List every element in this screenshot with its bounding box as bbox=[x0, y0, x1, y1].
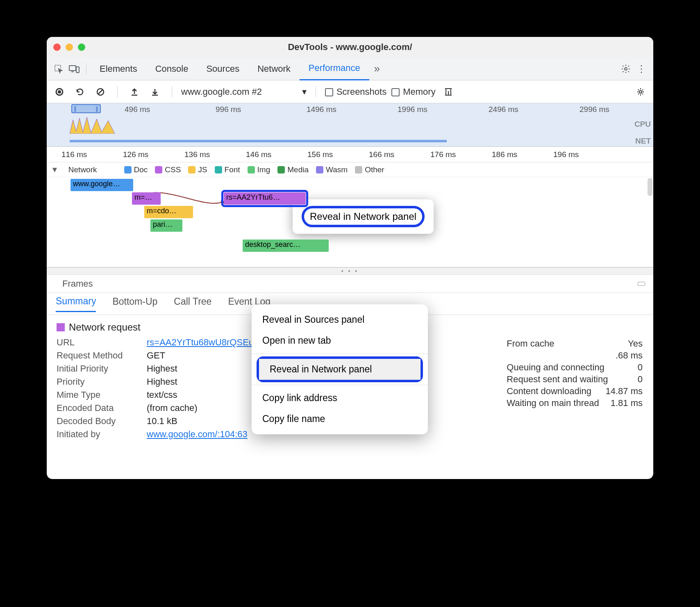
network-request-bar[interactable]: desktop_searc… bbox=[243, 240, 329, 252]
collapse-icon[interactable]: ▼ bbox=[51, 165, 59, 174]
reveal-tooltip-text[interactable]: Reveal in Network panel bbox=[302, 206, 425, 227]
more-tabs-icon[interactable]: » bbox=[369, 61, 385, 77]
frames-section[interactable]: Frames bbox=[47, 275, 653, 293]
overview-tick: 2996 ms bbox=[580, 105, 609, 114]
scrollbar-thumb[interactable] bbox=[648, 178, 652, 196]
screenshots-checkbox[interactable]: Screenshots bbox=[325, 87, 386, 97]
context-menu-item[interactable]: Copy file name bbox=[252, 408, 428, 429]
reload-icon[interactable] bbox=[72, 84, 88, 100]
context-menu-item[interactable]: Reveal in Sources panel bbox=[252, 309, 428, 330]
overview-timeline[interactable]: ‖‖ 496 ms 996 ms 1496 ms 1996 ms 2496 ms… bbox=[47, 103, 653, 147]
context-menu-item[interactable]: Reveal in Network panel bbox=[259, 359, 420, 380]
main-tabs: Elements Console Sources Network Perform… bbox=[47, 57, 653, 80]
devtools-window: DevTools - www.google.com/ Elements Cons… bbox=[47, 37, 653, 479]
svg-rect-1 bbox=[69, 66, 76, 71]
upload-icon[interactable] bbox=[127, 84, 142, 100]
capture-settings-icon[interactable] bbox=[633, 84, 648, 100]
svg-point-5 bbox=[58, 90, 61, 94]
overview-net-bar bbox=[70, 140, 447, 142]
record-icon[interactable] bbox=[52, 84, 67, 100]
network-section-header[interactable]: ▼ Network Doc CSS JS Font Img Media Wasm… bbox=[47, 162, 653, 177]
network-section-label: Network bbox=[68, 165, 97, 174]
network-request-bar[interactable]: m=cdo… bbox=[144, 206, 193, 218]
target-select[interactable]: www.google.com #2 ▾ bbox=[181, 87, 307, 97]
details-tab-summary[interactable]: Summary bbox=[56, 296, 96, 312]
highlighted-request-ring bbox=[221, 190, 308, 207]
inspect-icon[interactable] bbox=[51, 61, 66, 77]
initiated-by-link[interactable]: www.google.com/:104:63 bbox=[147, 429, 248, 440]
timing-row: Waiting on main thread1.81 ms bbox=[507, 398, 643, 408]
tab-network[interactable]: Network bbox=[248, 64, 300, 74]
clear-icon[interactable] bbox=[93, 84, 108, 100]
overview-tick: 2496 ms bbox=[489, 105, 518, 114]
tab-sources[interactable]: Sources bbox=[197, 64, 248, 74]
context-menu-item[interactable]: Copy link address bbox=[252, 388, 428, 408]
cpu-label: CPU bbox=[634, 120, 651, 129]
timing-row: Request sent and waiting0 bbox=[507, 374, 643, 385]
memory-checkbox[interactable]: Memory bbox=[391, 87, 435, 97]
overview-tick: 996 ms bbox=[216, 105, 241, 114]
settings-icon[interactable] bbox=[618, 61, 634, 77]
window-title: DevTools - www.google.com/ bbox=[47, 42, 653, 52]
network-request-bar[interactable]: www.google… bbox=[70, 179, 133, 191]
overview-activity-graph bbox=[70, 116, 123, 134]
overview-tick: 1996 ms bbox=[398, 105, 427, 114]
request-type-swatch bbox=[57, 323, 65, 331]
device-toggle-icon[interactable] bbox=[66, 61, 82, 77]
kebab-icon[interactable]: ⋮ bbox=[634, 61, 649, 77]
overview-tick: 496 ms bbox=[125, 105, 150, 114]
target-label: www.google.com #2 bbox=[181, 87, 262, 97]
svg-rect-2 bbox=[76, 67, 79, 73]
timeline-ruler: 116 ms 126 ms 136 ms 146 ms 156 ms 166 m… bbox=[47, 147, 653, 162]
frame-thumb bbox=[638, 282, 645, 286]
reveal-tooltip: Reveal in Network panel bbox=[293, 199, 434, 234]
tab-performance[interactable]: Performance bbox=[300, 57, 369, 80]
frames-label: Frames bbox=[62, 278, 93, 289]
network-request-bar[interactable]: pari… bbox=[150, 219, 182, 232]
net-label: NET bbox=[635, 137, 651, 146]
performance-toolbar: www.google.com #2 ▾ Screenshots Memory bbox=[47, 80, 653, 103]
context-menu-item[interactable]: Open in new tab bbox=[252, 330, 428, 351]
details-tab-bottomup[interactable]: Bottom-Up bbox=[112, 296, 157, 311]
tab-console[interactable]: Console bbox=[146, 64, 198, 74]
resize-handle[interactable]: • • • bbox=[47, 267, 653, 275]
download-icon[interactable] bbox=[147, 84, 163, 100]
details-tab-calltree[interactable]: Call Tree bbox=[174, 296, 211, 311]
overview-tick: 1496 ms bbox=[307, 105, 336, 114]
network-tracks[interactable]: Reveal in Network panel www.google…m=…rs… bbox=[47, 177, 653, 267]
tab-elements[interactable]: Elements bbox=[91, 64, 146, 74]
svg-point-3 bbox=[625, 68, 627, 70]
context-menu: Reveal in Sources panelOpen in new tabRe… bbox=[252, 304, 428, 434]
garbage-collect-icon[interactable] bbox=[441, 84, 456, 100]
timing-row: .68 ms bbox=[507, 350, 643, 361]
window-titlebar: DevTools - www.google.com/ bbox=[47, 37, 653, 57]
network-request-bar[interactable]: m=… bbox=[132, 192, 161, 205]
timing-row: Content downloading14.87 ms bbox=[507, 386, 643, 397]
timing-stats: From cacheYes .68 msQueuing and connecti… bbox=[507, 337, 643, 410]
timing-row: Queuing and connecting0 bbox=[507, 362, 643, 373]
svg-point-7 bbox=[639, 91, 642, 93]
overview-selection-handle[interactable]: ‖‖ bbox=[71, 104, 101, 113]
